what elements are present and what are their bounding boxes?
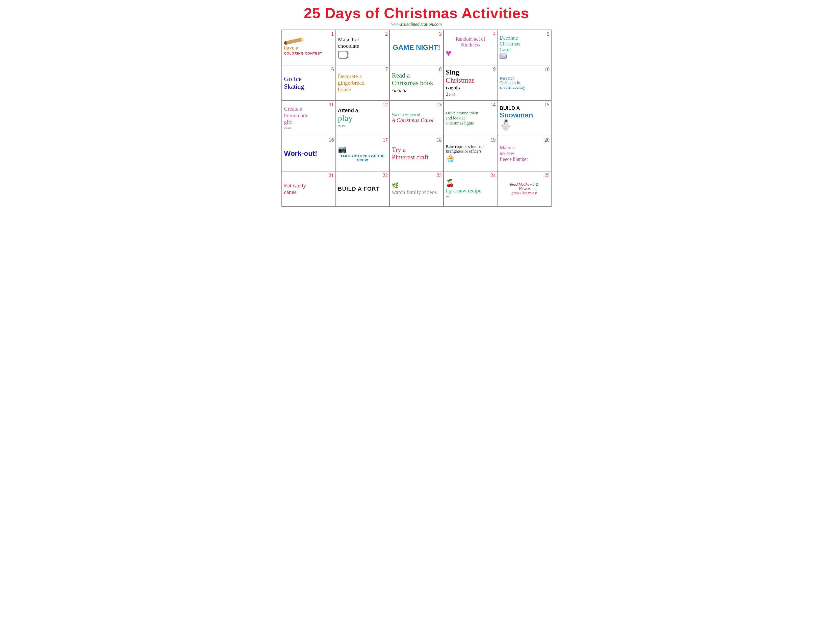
activity-text-6: Go IceSkating: [284, 75, 304, 90]
day-number-16: 16: [329, 137, 334, 143]
day-number-17: 17: [383, 137, 388, 143]
swirl-deco: ∾∾: [284, 125, 291, 131]
activity-text-12b: play: [338, 113, 353, 123]
snowman-icon: ⛄: [500, 119, 512, 131]
activity-text-14: Drive around townand look atChristmas li…: [446, 111, 478, 126]
cell-day-5: 5 DecorateChristmasCards: [497, 30, 552, 65]
cell-day-8: 8 Read aChristmas book ∿∿∿: [390, 65, 444, 101]
activity-text-15b: Snowman: [500, 111, 533, 119]
activity-text-11: Create ahomemadegift: [284, 106, 309, 125]
activity-text-20: Make ano-sewfleece blanket: [500, 145, 528, 162]
day-number-2: 2: [385, 31, 388, 37]
cell-day-23: 23 🌿 watch family videos: [390, 171, 444, 207]
cherry-icon: 🍒: [446, 179, 455, 187]
cell-day-25: 25 Read Matthew 1-2.Have agreat Christma…: [497, 171, 552, 207]
cell-day-3: 3 GAME NIGHT!: [390, 30, 444, 65]
activity-text-24: try a new recipe: [446, 187, 481, 194]
activity-text-9b: Christmas: [446, 76, 474, 84]
day-number-24: 24: [490, 172, 495, 178]
day-number-7: 7: [385, 66, 388, 72]
day-number-18: 18: [437, 137, 442, 143]
cell-day-21: 21 Eat candycanes: [282, 171, 336, 207]
day-number-3: 3: [439, 31, 442, 37]
swirl-deco-24: ∾: [446, 194, 449, 199]
mail-icon: [500, 53, 507, 59]
day-number-1: 1: [331, 31, 334, 37]
activity-text-7: Decorate agingerbreadhouse: [338, 73, 365, 93]
activity-text-10: ResearchChristmas inanother country: [500, 76, 525, 90]
scroll-deco: ∿∿∿: [392, 87, 407, 94]
activity-text-21: Eat candycanes: [284, 182, 306, 195]
activity-text-13a: Watch a version of: [392, 113, 420, 117]
cell-day-12: 12 Attend a play ∾∾: [336, 101, 390, 136]
cell-day-4: 4 Random act ofKindness ♥: [444, 30, 498, 65]
day-number-20: 20: [545, 137, 550, 143]
activity-text-15a: BUILD A: [500, 105, 520, 111]
cell-day-11: 11 Create ahomemadegift ∾∾: [282, 101, 336, 136]
day-number-14: 14: [490, 102, 495, 108]
cell-day-15: 15 BUILD A Snowman ⛄: [497, 101, 552, 136]
activity-text-16: Work-out!: [284, 150, 317, 158]
cell-day-2: 2 Make hotchocolate: [336, 30, 390, 65]
cell-day-19: 19 Bake cupcakes for local firefighters …: [444, 136, 498, 171]
cell-day-9: 9 Sing Christmas carols ♩♪♫: [444, 65, 498, 101]
day-number-4: 4: [493, 31, 495, 37]
activity-text-17: TAKE PICTURES OF THE SNOW: [338, 154, 388, 162]
swirl-deco-12: ∾∾: [338, 123, 346, 129]
activity-text-8: Read aChristmas book: [392, 72, 433, 87]
activity-grid: 1 have a COLORING CONTEST 2 Make hotchoc…: [281, 29, 552, 207]
day-number-22: 22: [383, 172, 388, 178]
activity-text-3: GAME NIGHT!: [392, 43, 441, 52]
cell-day-16: 16 Work-out!: [282, 136, 336, 171]
main-title: 25 Days of Christmas Activities: [281, 5, 552, 21]
activity-text-5: DecorateChristmasCards: [500, 35, 520, 53]
cell-day-20: 20 Make ano-sewfleece blanket: [497, 136, 552, 171]
activity-text-9c: carols: [446, 84, 460, 91]
day-number-12: 12: [383, 102, 388, 108]
cell-day-1: 1 have a COLORING CONTEST: [282, 30, 336, 65]
day-number-11: 11: [329, 102, 334, 108]
cell-day-17: 17 📷 TAKE PICTURES OF THE SNOW: [336, 136, 390, 171]
cell-day-14: 14 Drive around townand look atChristmas…: [444, 101, 498, 136]
day-number-21: 21: [329, 172, 334, 178]
music-notes-icon: ♩♪♫: [446, 91, 455, 98]
cell-day-13: 13 Watch a version of A Christmas Carol: [390, 101, 444, 136]
subtitle: www.trueaimeducation.com: [281, 22, 552, 27]
cell-day-24: 24 🍒 try a new recipe ∾: [444, 171, 498, 207]
camera-icon: 📷: [338, 145, 347, 153]
day-number-9: 9: [493, 66, 495, 72]
heart-icon: ♥: [446, 48, 452, 59]
activity-text-13b: A Christmas Carol: [392, 117, 433, 124]
pencil-decoration: [284, 37, 304, 45]
day-number-15: 15: [545, 102, 550, 108]
cupcake-icon: 🧁: [446, 153, 455, 163]
day-number-25: 25: [545, 172, 550, 178]
day-number-10: 10: [545, 66, 550, 72]
day-number-6: 6: [331, 66, 334, 72]
activity-text-23: watch family videos: [392, 189, 437, 195]
activity-text-1a: have a: [284, 45, 298, 51]
activity-text-25: Read Matthew 1-2.Have agreat Christmas!: [500, 182, 549, 195]
day-number-13: 13: [437, 102, 442, 108]
cell-day-6: 6 Go IceSkating: [282, 65, 336, 101]
activity-text-1b: COLORING CONTEST: [284, 52, 322, 55]
activity-text-9a: Sing: [446, 68, 459, 76]
activity-text-12a: Attend a: [338, 108, 358, 113]
day-number-8: 8: [439, 66, 442, 72]
cell-day-22: 22 BUILD A FORT: [336, 171, 390, 207]
day-number-5: 5: [547, 31, 550, 37]
activity-text-22: BUILD A FORT: [338, 186, 380, 192]
activity-text-19: Bake cupcakes for local firefighters or …: [446, 145, 495, 153]
activity-text-2: Make hotchocolate: [338, 36, 359, 49]
page: 25 Days of Christmas Activities www.true…: [278, 0, 555, 211]
day-number-19: 19: [490, 137, 495, 143]
activity-text-18: Try aPinterest craft: [392, 146, 428, 161]
activity-text-4: Random act ofKindness: [446, 36, 495, 48]
cell-day-10: 10 ResearchChristmas inanother country: [497, 65, 552, 101]
cell-day-18: 18 Try aPinterest craft: [390, 136, 444, 171]
header: 25 Days of Christmas Activities www.true…: [281, 3, 552, 27]
mug-icon: [338, 51, 347, 59]
holly-icon: 🌿: [392, 182, 399, 189]
day-number-23: 23: [437, 172, 442, 178]
cell-day-7: 7 Decorate agingerbreadhouse: [336, 65, 390, 101]
